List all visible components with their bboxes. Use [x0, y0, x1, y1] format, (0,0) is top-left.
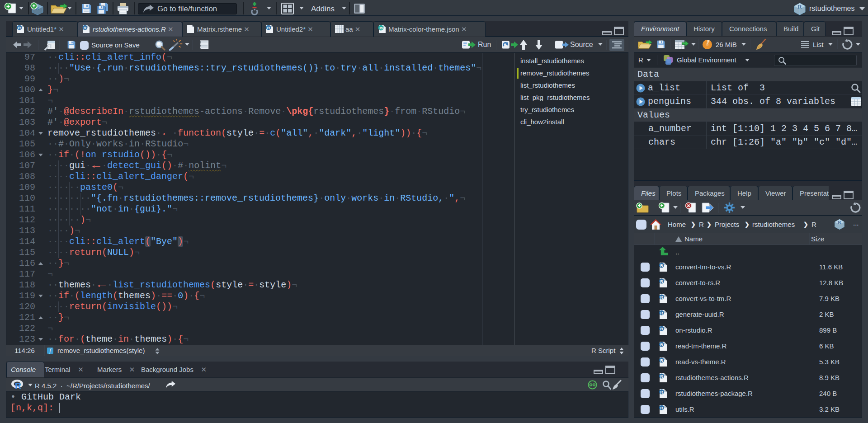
- svg-text:R: R: [660, 327, 663, 331]
- svg-text:R: R: [838, 220, 842, 225]
- svg-text:R: R: [84, 26, 87, 30]
- svg-text:R: R: [660, 374, 663, 379]
- svg-text:R: R: [660, 311, 663, 315]
- svg-text:JS: JS: [379, 26, 383, 30]
- svg-text:R: R: [660, 263, 663, 268]
- svg-text:R: R: [660, 390, 663, 395]
- svg-text:R: R: [660, 279, 663, 284]
- svg-text:R: R: [660, 295, 663, 300]
- svg-text:R: R: [660, 406, 663, 410]
- svg-text:R: R: [660, 358, 663, 363]
- svg-text:R: R: [660, 343, 663, 347]
- svg-text:R: R: [267, 26, 270, 30]
- svg-text:R: R: [15, 381, 21, 390]
- svg-text:R: R: [797, 3, 802, 10]
- svg-text:R: R: [18, 26, 21, 30]
